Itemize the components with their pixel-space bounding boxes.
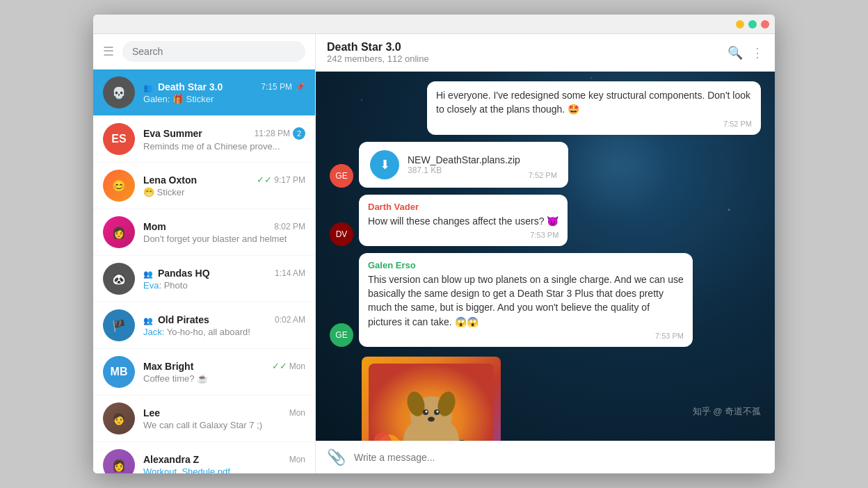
chat-preview: We can call it Galaxy Star 7 ;) bbox=[143, 420, 305, 430]
chat-info: 👥 Old Pirates 0:02 AM Jack: Yo-ho-ho, al… bbox=[143, 314, 305, 337]
sticker-image bbox=[362, 357, 501, 441]
chat-name: 👥 Pandas HQ bbox=[143, 268, 210, 279]
chat-preview: 😁 Sticker bbox=[143, 187, 305, 197]
avatar: 👩 bbox=[103, 216, 135, 248]
chat-item-pandas-hq[interactable]: 🐼 👥 Pandas HQ 1:14 AM Eva: Photo bbox=[93, 256, 315, 302]
chat-item-lena-oxton[interactable]: 😊 Lena Oxton ✓✓ 9:17 PM 😁 Sticker bbox=[93, 163, 315, 209]
avatar: 😊 bbox=[103, 170, 135, 202]
chat-preview: Coffee time? ☕ bbox=[143, 373, 305, 384]
chat-time: 1:14 AM bbox=[275, 268, 305, 278]
check-icon: ✓✓ bbox=[272, 361, 287, 371]
chat-info: Lena Oxton ✓✓ 9:17 PM 😁 Sticker bbox=[143, 174, 305, 197]
svg-point-8 bbox=[437, 411, 439, 413]
maximize-button[interactable] bbox=[748, 20, 757, 29]
header-icons: 🔍 ⋮ bbox=[728, 45, 764, 60]
close-button[interactable] bbox=[761, 20, 769, 29]
chat-item-lee[interactable]: 🧑 Lee Mon We can call it Galaxy Star 7 ;… bbox=[93, 396, 315, 442]
minimize-button[interactable] bbox=[736, 20, 744, 29]
avatar: 👩 bbox=[103, 449, 135, 473]
chat-preview: Eva: Photo bbox=[143, 280, 305, 291]
titlebar bbox=[93, 15, 775, 34]
group-icon: 👥 bbox=[143, 270, 153, 278]
message-text: Hi everyone. I've redesigned some key st… bbox=[436, 88, 752, 117]
message-text: This version can blow up two planets on … bbox=[368, 273, 684, 329]
chat-preview: Don't forget your blaster and helmet bbox=[143, 234, 305, 244]
chat-name: Lena Oxton bbox=[143, 174, 197, 186]
chat-header-name: Death Star 3.0 bbox=[327, 41, 728, 54]
search-icon[interactable]: 🔍 bbox=[728, 45, 743, 60]
chat-header-info: Death Star 3.0 242 members, 112 online bbox=[327, 41, 728, 64]
chat-preview: Galen: 🎁 Sticker bbox=[143, 94, 305, 104]
chat-time: 11:28 PM bbox=[255, 129, 290, 138]
sender-avatar: GE bbox=[330, 323, 353, 347]
file-bubble: ⬇ NEW_DeathStar.plans.zip 387.1 KB 7:52 … bbox=[359, 142, 568, 188]
chat-name: Eva Summer bbox=[143, 128, 202, 139]
sender-avatar: GE bbox=[330, 164, 353, 188]
chat-time: 8:02 PM bbox=[274, 222, 305, 231]
chat-name: Lee bbox=[143, 407, 160, 418]
chat-name: Max Bright bbox=[143, 361, 193, 372]
message-row-darth: DV Darth Vader How will these changes af… bbox=[330, 195, 761, 246]
menu-icon[interactable]: ☰ bbox=[103, 44, 114, 59]
app-window: ☰ 💀 👥 Death Star 3.0 7:15 PM bbox=[93, 15, 775, 473]
message-time: 7:52 PM bbox=[529, 171, 557, 179]
watermark: 知乎 @ 奇道不孤 bbox=[693, 405, 761, 418]
app-body: ☰ 💀 👥 Death Star 3.0 7:15 PM bbox=[93, 34, 775, 473]
avatar: MB bbox=[103, 356, 135, 388]
sender-avatar: DV bbox=[330, 222, 353, 246]
chat-info: Lee Mon We can call it Galaxy Star 7 ;) bbox=[143, 407, 305, 430]
chat-header-status: 242 members, 112 online bbox=[327, 54, 728, 64]
message-input[interactable] bbox=[354, 452, 764, 463]
sidebar-header: ☰ bbox=[93, 34, 315, 70]
search-input[interactable] bbox=[122, 41, 305, 62]
message-sender: Darth Vader bbox=[368, 202, 558, 212]
avatar: 🏴 bbox=[103, 309, 135, 341]
chat-info: Max Bright ✓✓ Mon Coffee time? ☕ bbox=[143, 361, 305, 384]
chat-item-mom[interactable]: 👩 Mom 8:02 PM Don't forget your blaster … bbox=[93, 209, 315, 256]
chat-name: 👥 Old Pirates bbox=[143, 314, 209, 325]
chat-info: 👥 Pandas HQ 1:14 AM Eva: Photo bbox=[143, 268, 305, 291]
avatar: 🧑 bbox=[103, 402, 135, 434]
chat-info: 👥 Death Star 3.0 7:15 PM 📌 Galen: 🎁 Stic… bbox=[143, 81, 305, 104]
group-icon: 👥 bbox=[143, 316, 153, 325]
chat-list: 💀 👥 Death Star 3.0 7:15 PM 📌 bbox=[93, 70, 315, 473]
message-row-galen: GE Galen Erso This version can blow up t… bbox=[330, 253, 761, 347]
chat-info: Mom 8:02 PM Don't forget your blaster an… bbox=[143, 221, 305, 244]
avatar: 🐼 bbox=[103, 263, 135, 295]
chat-preview: Reminds me of a Chinese prove... bbox=[143, 141, 305, 152]
file-size: 387.1 KB bbox=[408, 165, 520, 175]
svg-point-7 bbox=[426, 411, 428, 413]
chat-info: Alexandra Z Mon Workout_Shedule.pdf bbox=[143, 454, 305, 474]
chat-time: Mon bbox=[289, 408, 305, 418]
chat-item-death-star[interactable]: 💀 👥 Death Star 3.0 7:15 PM 📌 bbox=[93, 70, 315, 116]
chat-item-old-pirates[interactable]: 🏴 👥 Old Pirates 0:02 AM Jack: Yo-ho-ho, … bbox=[93, 302, 315, 349]
message-sender: Galen Erso bbox=[368, 260, 684, 270]
chat-item-alexandra-z[interactable]: 👩 Alexandra Z Mon Workout_Shedule.pdf bbox=[93, 442, 315, 473]
message-bubble: Darth Vader How will these changes affec… bbox=[359, 195, 568, 246]
message-row-file: GE ⬇ NEW_DeathStar.plans.zip 387.1 KB 7:… bbox=[330, 142, 761, 188]
unread-badge: 2 bbox=[293, 127, 305, 140]
chat-item-max-bright[interactable]: MB Max Bright ✓✓ Mon Coffee time? ☕ bbox=[93, 349, 315, 396]
chat-item-eva-summer[interactable]: ES Eva Summer 11:28 PM 2 Reminds me of a… bbox=[93, 116, 315, 163]
message-time: 7:53 PM bbox=[368, 332, 684, 340]
message-row: Hi everyone. I've redesigned some key st… bbox=[330, 81, 761, 135]
input-area: 📎 bbox=[316, 441, 775, 473]
attach-icon[interactable]: 📎 bbox=[327, 448, 346, 466]
file-info: NEW_DeathStar.plans.zip 387.1 KB bbox=[408, 154, 520, 175]
more-icon[interactable]: ⋮ bbox=[751, 45, 764, 60]
message-time: 7:52 PM bbox=[436, 120, 752, 128]
chat-preview: Workout_Shedule.pdf bbox=[143, 466, 305, 474]
chat-time: 9:17 PM bbox=[274, 175, 305, 185]
group-icon: 👥 bbox=[143, 83, 153, 92]
avatar: 💀 bbox=[103, 76, 135, 108]
message-bubble: Hi everyone. I've redesigned some key st… bbox=[427, 81, 761, 135]
check-icon: ✓✓ bbox=[257, 174, 272, 185]
preview-sender: Jack: bbox=[143, 327, 164, 337]
preview-sender: Galen: bbox=[143, 94, 170, 104]
pin-icon: 📌 bbox=[295, 82, 305, 92]
chat-time: Mon bbox=[289, 361, 305, 371]
preview-sender: Eva: bbox=[143, 280, 161, 291]
download-button[interactable]: ⬇ bbox=[370, 150, 399, 179]
chat-time: Mon bbox=[289, 455, 305, 464]
chat-time: 7:15 PM bbox=[261, 82, 292, 92]
